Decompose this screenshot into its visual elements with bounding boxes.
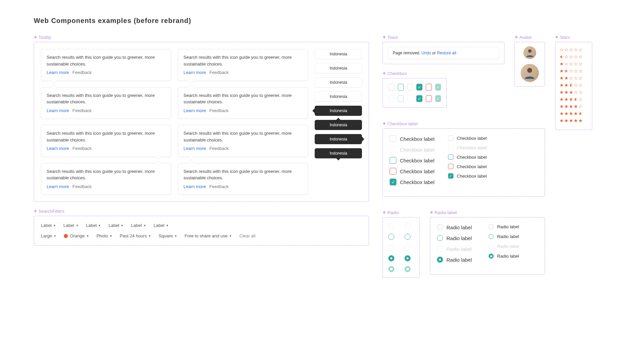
radio-selected[interactable] [388,255,394,261]
tooltip-card: Search results with this icon guide you … [178,49,308,81]
checkbox[interactable] [388,84,394,90]
tooltip-card: Search results with this icon guide you … [41,49,171,81]
feedback-link[interactable]: Feedback [72,146,92,151]
checkbox-row-disabled: Checkbox label [448,145,487,150]
checkbox-row[interactable]: ✓Checkbox label [390,179,435,185]
chevron-down-icon: ▾ [54,224,55,227]
feedback-link[interactable]: Feedback [209,70,229,75]
tooltip-pill: Indonesia [315,63,362,73]
checkbox-checked[interactable]: ✓ [416,84,422,90]
feedback-link[interactable]: Feedback [72,70,92,75]
toast-message: Page removed. Undo or Restore all [388,47,499,59]
learn-more-link[interactable]: Learn more [184,70,206,75]
star-rating-row [559,89,588,95]
checkbox[interactable] [398,84,404,90]
feedback-link[interactable]: Feedback [209,146,229,151]
radio-selected-light[interactable] [388,266,394,272]
learn-more-link[interactable]: Learn more [184,146,206,151]
radio-row[interactable]: Radio label [437,257,472,263]
learn-more-link[interactable]: Learn more [184,108,206,113]
checkbox-row[interactable]: Checkbox label [448,154,487,160]
chevron-down-icon: ▾ [87,234,88,238]
checkbox-checked-light[interactable]: ✓ [435,95,441,102]
tooltip-card: Search results with this icon guide you … [178,87,308,119]
checkbox-row[interactable]: Checkbox label [448,164,487,169]
chevron-down-icon: ▾ [175,234,177,238]
undo-link[interactable]: Undo [421,51,431,55]
filter-chip[interactable]: Label▾ [154,223,168,228]
tooltip-pill-dark: Indonesia [315,106,362,116]
star-rating-row [559,82,588,88]
radio-disabled [388,244,394,251]
radio-row-disabled: Radio label [437,246,472,252]
checkbox-checked[interactable]: ✓ [416,95,422,102]
checkbox[interactable] [407,84,413,90]
section-label-checkbox: Checkbox [383,71,504,76]
checkbox-checked-light[interactable]: ✓ [435,84,441,90]
feedback-link[interactable]: Feedback [72,184,92,189]
filter-chip[interactable]: Label▾ [108,223,123,228]
star-rating-row [559,47,588,52]
radio-disabled [405,223,411,229]
radio-row[interactable]: Radio label [489,234,519,239]
radio-row[interactable]: Radio label [489,254,519,259]
learn-more-link[interactable]: Learn more [47,70,69,75]
checkbox-row[interactable]: Checkbox label [390,135,435,142]
filter-layout[interactable]: Square▾ [159,233,177,238]
radio-selected[interactable] [405,255,411,261]
checkbox-row[interactable]: ✓Checkbox label [448,173,487,179]
filter-freshness[interactable]: Past 24 hours▾ [120,233,151,238]
filter-chip[interactable]: Label▾ [41,223,55,228]
tooltip-card: Search results with this icon guide you … [41,163,171,195]
learn-more-link[interactable]: Learn more [184,184,206,189]
feedback-link[interactable]: Feedback [72,108,92,113]
chevron-down-icon: ▾ [76,224,78,227]
filter-chip[interactable]: Label▾ [63,223,78,228]
restore-link[interactable]: Restore all [437,51,456,55]
tooltip-card: Search results with this icon guide you … [178,163,308,195]
filter-size[interactable]: Large▾ [41,233,56,238]
filter-chip[interactable]: Label▾ [86,223,101,228]
filter-chip[interactable]: Label▾ [131,223,146,228]
tooltip-pill: Indonesia [315,49,362,59]
tooltip-card: Search results with this icon guide you … [178,125,308,157]
tooltip-pill-dark: Indonesia [315,148,362,158]
star-rating-row [559,54,588,59]
radio[interactable] [388,234,394,240]
checkbox-disabled [388,95,394,102]
checkbox-row[interactable]: Checkbox label [390,168,435,175]
star-rating-row [559,104,588,109]
radio-row-disabled: Radio label [489,244,519,249]
section-label-toast: Toast [383,35,504,40]
checkbox-error[interactable] [426,84,432,90]
filter-color[interactable]: Orange▾ [64,233,88,238]
chevron-down-icon: ▾ [99,224,100,227]
radio-group [383,217,420,278]
filter-license[interactable]: Free to share and use▾ [185,233,231,238]
checkbox-error[interactable] [426,95,432,102]
filter-type[interactable]: Photo▾ [97,233,112,238]
checkbox-row[interactable]: Checkbox label [448,135,487,141]
radio-row[interactable]: Radio label [489,224,519,229]
feedback-link[interactable]: Feedback [209,108,229,113]
learn-more-link[interactable]: Learn more [47,108,69,113]
svg-point-1 [527,68,532,73]
avatar-large [521,64,539,82]
section-label-stars: Stars [555,35,592,40]
radio-row[interactable]: Radio label [437,224,472,230]
learn-more-link[interactable]: Learn more [47,184,69,189]
star-rating-row [559,118,588,123]
radio-selected-light[interactable] [405,266,411,272]
color-swatch-icon [64,234,68,238]
radio[interactable] [405,234,411,240]
feedback-link[interactable]: Feedback [209,184,229,189]
learn-more-link[interactable]: Learn more [47,146,69,151]
radio-row[interactable]: Radio label [437,235,472,241]
checkbox-row-disabled: Checkbox label [390,146,435,153]
clear-all-button[interactable]: Clear all [239,233,256,238]
checkbox-row[interactable]: Checkbox label [390,157,435,164]
star-rating-row [559,75,588,81]
section-label-radio: Radio [383,210,420,215]
avatar-group [515,42,545,86]
page-title: Web Components examples (before rebrand) [34,17,592,25]
